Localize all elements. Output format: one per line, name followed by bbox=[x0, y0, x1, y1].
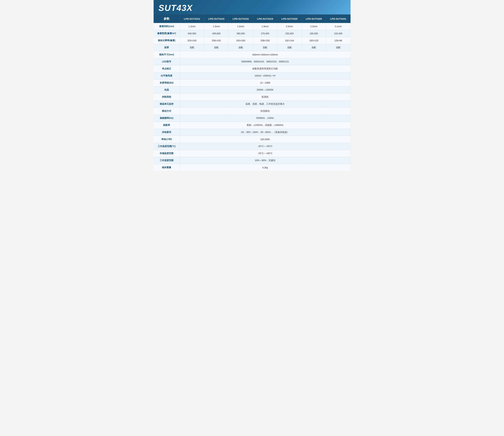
row-span-value: -25°C～+60°C bbox=[180, 150, 350, 157]
row-cell: 选配 bbox=[229, 44, 253, 51]
row-span-value: 普刷：≤1920Hz，高刷新：≤3840Hz bbox=[180, 122, 350, 129]
table-row: 箱体尺寸(mm)400mm×300mm×100mm bbox=[154, 51, 350, 58]
row-span-value: 2500K～10000K bbox=[180, 86, 350, 93]
row-label: 寿命(小时) bbox=[154, 136, 180, 143]
row-span-value: 10%～90%，无凝结 bbox=[180, 157, 350, 164]
row-cell: 1.5mm bbox=[204, 23, 229, 30]
row-cell: 102,400 bbox=[326, 30, 350, 37]
table-row: 单点校正标配色度和亮度矫正功能 bbox=[154, 65, 350, 72]
row-cell: 128×96 bbox=[326, 37, 350, 44]
row-cell: 选配 bbox=[302, 44, 326, 51]
row-cell: 320×240 bbox=[180, 37, 204, 44]
row-label: 液晶单元监控 bbox=[154, 100, 180, 108]
row-cell: 360,000 bbox=[229, 30, 253, 37]
table-row: 白平衡亮度100cd～1500cd／m² bbox=[154, 72, 350, 79]
table-row: 面罩选配选配选配选配选配选配选配 bbox=[154, 44, 350, 51]
table-row: 灰度等级(Bit)12～24Bit bbox=[154, 79, 350, 86]
row-cell: 640,000 bbox=[180, 30, 204, 37]
row-label: 箱体重量 bbox=[154, 164, 180, 171]
page-header: SUT43X bbox=[154, 0, 350, 14]
row-label: 面罩 bbox=[154, 44, 180, 51]
row-cell: 选配 bbox=[204, 44, 229, 51]
table-row: 像素密度(像素/m²)640,000409,600360,000270,4002… bbox=[154, 30, 350, 37]
row-span-value: 4.2kg bbox=[180, 164, 350, 171]
product-title: SUT43X bbox=[158, 3, 193, 13]
row-span-value: 12～24Bit bbox=[180, 79, 350, 86]
row-cell: 256×192 bbox=[204, 37, 229, 44]
row-label: 白平衡亮度 bbox=[154, 72, 180, 79]
row-cell: 208×156 bbox=[253, 37, 277, 44]
row-cell: 1.2mm bbox=[180, 23, 204, 30]
row-span-value: AC：85V～264V，50～60Hz，（双备份电源） bbox=[180, 129, 350, 136]
specs-table: 参数 LPD-SUT4312 LPD-SUT4315 LPD-SUT4316 L… bbox=[154, 14, 350, 171]
table-row: 控制系统双系统 bbox=[154, 93, 350, 100]
row-cell: 270,400 bbox=[253, 30, 277, 37]
row-label: 工作湿度范围 bbox=[154, 157, 180, 164]
row-label: 像素密度(像素/m²) bbox=[154, 30, 180, 37]
row-span-value: 50/60Hz，120Hz bbox=[180, 115, 350, 122]
row-label: LED型号 bbox=[154, 58, 180, 65]
row-cell: 230,400 bbox=[277, 30, 302, 37]
row-span-value: 温度、湿度、电源、工作状态监控显示 bbox=[180, 100, 350, 108]
col-header-param: 参数 bbox=[154, 14, 180, 23]
row-span-value: SMD0808、SMD1010、SMD1515、SMD2121 bbox=[180, 58, 350, 65]
row-label: 灰度等级(Bit) bbox=[154, 79, 180, 86]
row-label: 换帧频率(Hz) bbox=[154, 115, 180, 122]
table-row: 驱动方式恒流驱动 bbox=[154, 108, 350, 115]
col-header-1: LPD-SUT4315 bbox=[204, 14, 229, 23]
table-row: 寿命(小时)100,000h bbox=[154, 136, 350, 143]
row-label: 刷新率 bbox=[154, 122, 180, 129]
row-span-value: 恒流驱动 bbox=[180, 108, 350, 115]
row-label: 单点校正 bbox=[154, 65, 180, 72]
row-cell: 160×120 bbox=[302, 37, 326, 44]
table-row: 工作湿度范围10%～90%，无凝结 bbox=[154, 157, 350, 164]
row-label: 驱动方式 bbox=[154, 108, 180, 115]
table-header-row: 参数 LPD-SUT4312 LPD-SUT4315 LPD-SUT4316 L… bbox=[154, 14, 350, 23]
row-label: 控制系统 bbox=[154, 93, 180, 100]
row-cell: 240×180 bbox=[229, 37, 253, 44]
row-label: 工作温度范围(°C) bbox=[154, 143, 180, 150]
row-label: 像素间距(mm) bbox=[154, 23, 180, 30]
row-cell: 选配 bbox=[277, 44, 302, 51]
row-span-value: 400mm×300mm×100mm bbox=[180, 51, 350, 58]
table-row: 液晶单元监控温度、湿度、电源、工作状态监控显示 bbox=[154, 100, 350, 108]
table-row: 工作温度范围(°C)-20°C～+50°C bbox=[154, 143, 350, 150]
row-cell: 409,600 bbox=[204, 30, 229, 37]
row-span-value: 标配色度和亮度矫正功能 bbox=[180, 65, 350, 72]
table-row: LED型号SMD0808、SMD1010、SMD1515、SMD2121 bbox=[154, 58, 350, 65]
col-header-3: LPD-SUT4319 bbox=[253, 14, 277, 23]
page-container: SUT43X 参数 LPD-SUT4312 LPD-SUT4315 LPD-SU… bbox=[154, 0, 350, 171]
row-cell: 1.6mm bbox=[229, 23, 253, 30]
table-row: 刷新率普刷：≤1920Hz，高刷新：≤3840Hz bbox=[154, 122, 350, 129]
row-cell: 选配 bbox=[253, 44, 277, 51]
row-cell: 2.5mm bbox=[302, 23, 326, 30]
row-span-value: 100,000h bbox=[180, 136, 350, 143]
row-label: 存储温度范围 bbox=[154, 150, 180, 157]
row-label: 色温 bbox=[154, 86, 180, 93]
row-span-value: 100cd～1500cd／m² bbox=[180, 72, 350, 79]
col-header-4: LPD-SUT4320 bbox=[277, 14, 302, 23]
table-row: 箱体重量4.2kg bbox=[154, 164, 350, 171]
table-row: 色温2500K～10000K bbox=[154, 86, 350, 93]
row-cell: 2.0mm bbox=[277, 23, 302, 30]
col-header-6: LPD-SUT4331 bbox=[326, 14, 350, 23]
table-row: 箱体分辨率(像素)320×240256×192240×180208×156192… bbox=[154, 37, 350, 44]
col-header-0: LPD-SUT4312 bbox=[180, 14, 204, 23]
table-row: 换帧频率(Hz)50/60Hz，120Hz bbox=[154, 115, 350, 122]
table-row: 像素间距(mm)1.2mm1.5mm1.6mm1.9mm2.0mm2.5mm3.… bbox=[154, 23, 350, 30]
row-cell: 选配 bbox=[326, 44, 350, 51]
col-header-5: LPD-SUT4325 bbox=[302, 14, 326, 23]
row-span-value: -20°C～+50°C bbox=[180, 143, 350, 150]
row-cell: 192×144 bbox=[277, 37, 302, 44]
col-header-2: LPD-SUT4316 bbox=[229, 14, 253, 23]
row-span-value: 双系统 bbox=[180, 93, 350, 100]
row-cell: 3.1mm bbox=[326, 23, 350, 30]
row-cell: 1.9mm bbox=[253, 23, 277, 30]
row-label: 箱体尺寸(mm) bbox=[154, 51, 180, 58]
table-row: 存储温度范围-25°C～+60°C bbox=[154, 150, 350, 157]
table-row: 供电要求AC：85V～264V，50～60Hz，（双备份电源） bbox=[154, 129, 350, 136]
row-label: 供电要求 bbox=[154, 129, 180, 136]
row-label: 箱体分辨率(像素) bbox=[154, 37, 180, 44]
row-cell: 选配 bbox=[180, 44, 204, 51]
row-cell: 160,000 bbox=[302, 30, 326, 37]
